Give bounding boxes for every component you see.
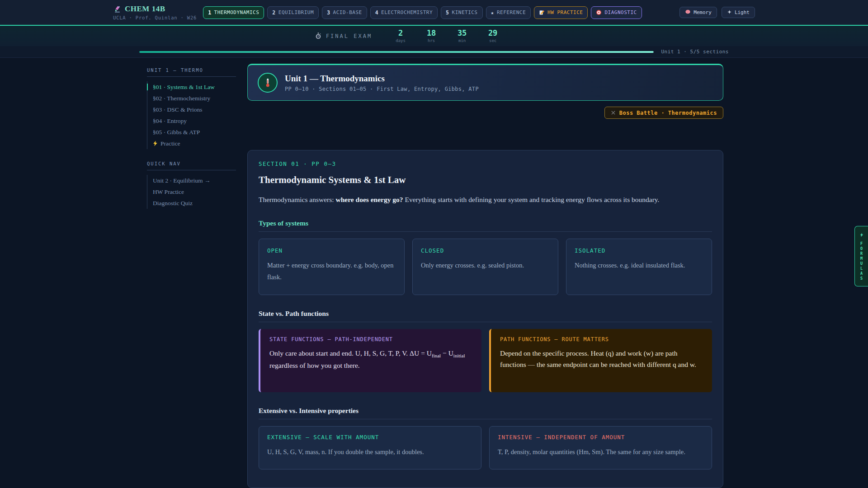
system-card-open: OPEN Matter + energy cross boundary. e.g… [259,239,405,295]
star-icon: ★ [491,9,494,16]
extensive-intensive-grid: EXTENSIVE — SCALE WITH AMOUNT U, H, S, G… [259,426,712,469]
progress-fill [139,51,654,53]
sidebar-quicknav-title: QUICK NAV [147,161,236,170]
sidebar: UNIT 1 — THERMO §01 · Systems & 1st Law … [147,64,236,488]
section-kicker: SECTION 01 · PP 0–3 [259,160,712,167]
callout-body: Only care about start and end. U, H, S, … [269,348,472,371]
exam-countdown-bar: FINAL EXAM 2 days 18 hrs 35 min 29 sec [0,25,868,46]
quicknav-item-diagnostic-quiz[interactable]: Diagnostic Quiz [153,197,236,209]
sidebar-item-entropy[interactable]: §04 · Entropy [153,115,236,127]
unit-progress-strip: Unit 1 · 5/5 sections [0,46,868,58]
brand: CHEM 14B UCLA · Prof. Quinlan · W26 [113,5,197,20]
heading-extensive-vs-intensive: Extensive vs. Intensive properties [259,407,712,419]
sidebar-item-dsc-prions[interactable]: §03 · DSC & Prions [153,104,236,115]
unit-header-card: Unit 1 — Thermodynamics PP 0–10 · Sectio… [247,64,723,101]
countdown-hours: 18 hrs [421,29,442,43]
tab-diagnostic[interactable]: DIAGNOSTIC [591,6,642,19]
tab-equilibrium[interactable]: 2 EQUILIBRIUM [267,6,319,19]
tab-reference[interactable]: ★ REFERENCE [486,6,531,19]
microscope-icon [113,5,122,14]
crossed-swords-icon [611,110,616,115]
pencil-icon [539,9,545,15]
boss-battle-row: Boss Battle · Thermodynamics [247,107,723,119]
sidebar-unit-list: §01 · Systems & 1st Law §02 · Thermochem… [147,81,236,149]
top-navigation-bar: CHEM 14B UCLA · Prof. Quinlan · W26 1 TH… [0,0,868,25]
memory-button[interactable]: Memory [679,7,717,18]
callout-label: STATE FUNCTIONS — PATH-INDEPENDENT [269,336,472,343]
target-icon [596,9,602,15]
tab-electrochemistry[interactable]: 4 ELECTROCHEMISTRY [370,6,438,19]
countdown-days: 2 days [390,29,411,43]
unit-subtitle: PP 0–10 · Sections 01–05 · First Law, En… [285,86,479,92]
app-title: CHEM 14B [125,5,165,14]
heading-state-vs-path: State vs. Path functions [259,310,712,322]
tab-thermodynamics[interactable]: 1 THERMODYNAMICS [203,6,264,19]
state-path-grid: STATE FUNCTIONS — PATH-INDEPENDENT Only … [259,329,712,392]
tab-acid-base[interactable]: 3 ACID-BASE [322,6,367,19]
thermometer-icon [258,73,278,93]
quicknav-item-hw-practice[interactable]: HW Practice [153,186,236,197]
card-label: ISOLATED [575,247,703,254]
section-intro: Thermodynamics answers: where does energ… [259,194,712,205]
card-body: Only energy crosses. e.g. sealed piston. [421,260,550,271]
lightning-icon [860,230,863,239]
section-card: SECTION 01 · PP 0–3 Thermodynamic System… [247,150,723,488]
brain-icon [685,9,691,16]
progress-label: Unit 1 · 5/5 sections [661,49,729,55]
sidebar-quicknav-list: Unit 2 · Equilibrium → HW Practice Diagn… [147,175,236,209]
unit-title: Unit 1 — Thermodynamics [285,74,479,84]
tab-kinetics[interactable]: 5 KINETICS [441,6,482,19]
stopwatch-icon [315,33,321,39]
top-actions: Memory Light [679,7,755,18]
countdown-label: FINAL EXAM [326,33,372,39]
sidebar-item-thermochemistry[interactable]: §02 · Thermochemistry [153,93,236,104]
intensive-card: INTENSIVE — INDEPENDENT OF AMOUNT T, P, … [489,426,712,469]
countdown-minutes: 35 min [452,29,472,43]
card-body: Nothing crosses. e.g. ideal insulated fl… [575,260,703,271]
formulas-drawer-tab[interactable]: FORMULAS [854,226,868,286]
sidebar-unit-title: UNIT 1 — THERMO [147,67,236,77]
countdown-seconds: 29 sec [482,29,503,43]
section-title: Thermodynamic Systems & 1st Law [259,174,712,186]
path-functions-callout: PATH FUNCTIONS — ROUTE MATTERS Depend on… [489,329,712,392]
system-cards-grid: OPEN Matter + energy cross boundary. e.g… [259,239,712,295]
sidebar-item-gibbs-atp[interactable]: §05 · Gibbs & ATP [153,127,236,138]
card-label: CLOSED [421,247,550,254]
card-label: OPEN [267,247,396,254]
card-body: Matter + energy cross boundary. e.g. bod… [267,260,396,283]
progress-bar [139,51,654,53]
sidebar-item-systems-1st-law[interactable]: §01 · Systems & 1st Law [153,81,236,93]
sidebar-item-practice[interactable]: Practice [153,138,236,149]
callout-label: PATH FUNCTIONS — ROUTE MATTERS [500,336,703,343]
quicknav-item-unit2[interactable]: Unit 2 · Equilibrium → [153,175,236,186]
card-body: U, H, S, G, V, mass, n. If you double th… [267,446,473,458]
tab-hw-practice[interactable]: HW PRACTICE [534,6,588,19]
callout-body: Depend on the specific process. Heat (q)… [500,348,703,371]
boss-battle-button[interactable]: Boss Battle · Thermodynamics [604,107,723,119]
unit-tabs: 1 THERMODYNAMICS 2 EQUILIBRIUM 3 ACID-BA… [203,6,642,19]
state-functions-callout: STATE FUNCTIONS — PATH-INDEPENDENT Only … [259,329,481,392]
card-body: T, P, density, molar quantities (Hm, Sm)… [498,446,703,458]
system-card-isolated: ISOLATED Nothing crosses. e.g. ideal ins… [566,239,712,295]
card-label: EXTENSIVE — SCALE WITH AMOUNT [267,434,473,441]
heading-types-of-systems: Types of systems [259,219,712,232]
sparkle-icon [727,9,732,16]
card-label: INTENSIVE — INDEPENDENT OF AMOUNT [498,434,703,441]
light-toggle-button[interactable]: Light [722,7,755,18]
system-card-closed: CLOSED Only energy crosses. e.g. sealed … [412,239,558,295]
lightning-icon [153,141,158,146]
brand-subtitle: UCLA · Prof. Quinlan · W26 [113,15,197,20]
extensive-card: EXTENSIVE — SCALE WITH AMOUNT U, H, S, G… [259,426,481,469]
